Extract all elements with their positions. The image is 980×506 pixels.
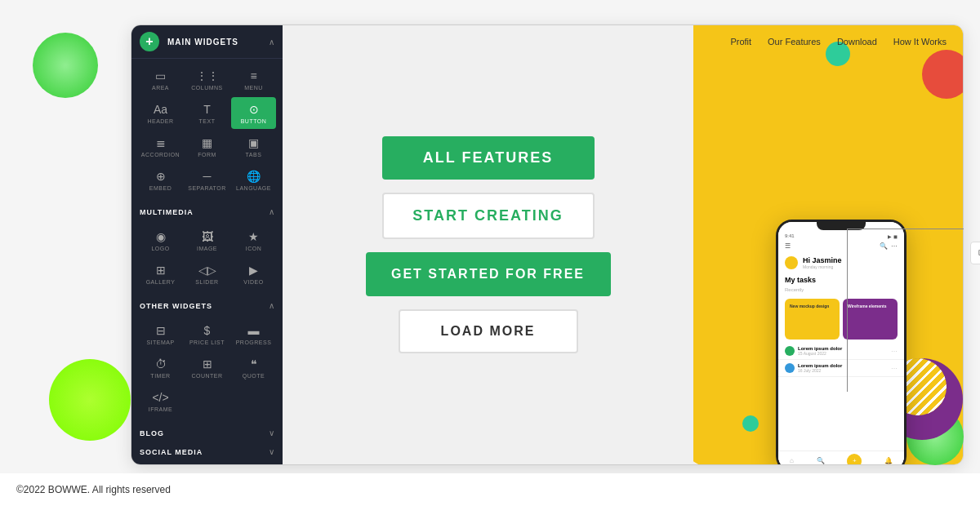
phone-task-text-2: Lorem ipsum dolor 16 July 2022 [798, 363, 888, 373]
phone-header-icons: 🔍⋯ [880, 242, 898, 250]
form-icon: ▦ [198, 135, 217, 150]
phone-card-yellow: New mockup design [785, 299, 840, 340]
video-icon: ▶ [244, 263, 264, 277]
deco-circle-teal-bottom [742, 415, 759, 432]
multimedia-toggle[interactable]: ∧ [269, 207, 274, 216]
price-list-icon: $ [198, 323, 217, 338]
window-controls: ⧉ ✕ [970, 242, 980, 264]
blog-toggle[interactable]: ∨ [269, 428, 274, 437]
widget-progress[interactable]: ▬ PROGRESS [231, 318, 276, 350]
widget-timer[interactable]: ⏱ TIMER [138, 352, 183, 384]
gallery-icon: ⊞ [151, 263, 171, 277]
header-icon: Aa [151, 102, 171, 117]
area-label: AREA [152, 85, 169, 91]
social-media-title: SOCIAL MEDIA [140, 448, 203, 456]
columns-icon: ⋮⋮ [198, 69, 217, 83]
widget-icon[interactable]: ★ ICON [231, 224, 276, 256]
other-widgets-title: OTHER WIDGETS [140, 302, 212, 310]
phone-card-purple-title: Wireframe elements [848, 304, 893, 308]
widget-quote[interactable]: ❝ QUOTE [231, 352, 276, 384]
timer-label: TIMER [150, 373, 170, 379]
counter-label: COUNTER [191, 373, 222, 379]
icon-icon: ★ [244, 229, 264, 244]
menu-icon: ≡ [244, 69, 264, 83]
sidebar-top-bar: + MAIN WIDGETS ∧ [131, 25, 283, 59]
widget-accordion[interactable]: ≣ ACCORDION [138, 131, 183, 162]
social-media-toggle[interactable]: ∨ [269, 447, 274, 456]
widget-button[interactable]: ⊙ BUTTON [231, 97, 276, 129]
button-icon: ⊙ [244, 102, 264, 117]
image-label: IMAGE [197, 246, 217, 251]
phone-status-bar: 9:41 ▶ ◼ [778, 230, 904, 242]
blog-section-header: BLOG ∨ [131, 422, 283, 441]
load-more-button[interactable]: LOAD MORE [399, 309, 578, 353]
other-widget-grid: ⊟ SITEMAP $ PRICE LIST ▬ PROGRESS ⏱ TIME… [131, 313, 283, 422]
button-label: BUTTON [241, 118, 267, 124]
widget-form[interactable]: ▦ FORM [185, 131, 229, 162]
widget-separator[interactable]: ─ SEPARATOR [185, 164, 229, 196]
widget-sitemap[interactable]: ⊟ SITEMAP [138, 318, 183, 350]
text-icon: T [198, 102, 217, 117]
browser-window: + MAIN WIDGETS ∧ ▭ AREA ⋮⋮ COLUMNS ≡ MEN… [131, 24, 964, 465]
widget-language[interactable]: 🌐 LANGUAGE [231, 164, 276, 196]
tabs-icon: ▣ [244, 135, 264, 150]
widget-image[interactable]: 🖼 IMAGE [185, 224, 229, 256]
widget-logo[interactable]: ◉ LOGO [138, 224, 183, 256]
accordion-label: ACCORDION [141, 152, 180, 158]
quote-label: QUOTE [243, 373, 265, 379]
accordion-icon: ≣ [151, 135, 171, 150]
phone-bottom-nav: ⌂ 🔍 + 🔔 [778, 451, 904, 464]
widget-tabs[interactable]: ▣ TABS [231, 131, 276, 162]
widget-price-list[interactable]: $ PRICE LIST [185, 318, 229, 350]
preview-nav: Profit Our Features Download How It Work… [693, 25, 963, 58]
menu-label: MENU [244, 85, 263, 91]
phone-task-avatar-2 [785, 363, 795, 373]
phone-screen: 9:41 ▶ ◼ ☰ 🔍⋯ Hi Jasmine Monday morning [778, 222, 904, 464]
iframe-label: IFRAME [149, 406, 172, 412]
collapse-button[interactable]: ∧ [269, 38, 274, 47]
gallery-label: GALLERY [146, 279, 176, 285]
deco-circle-top-left [33, 33, 98, 98]
phone-tasks-title: My tasks [778, 273, 904, 287]
widget-columns[interactable]: ⋮⋮ COLUMNS [185, 64, 229, 95]
other-widgets-toggle[interactable]: ∧ [269, 301, 274, 310]
main-content: ALL FEATURES START CREATING GET STARTED … [283, 25, 693, 464]
widget-area[interactable]: ▭ AREA [138, 64, 183, 95]
language-icon: 🌐 [244, 169, 264, 184]
widget-iframe[interactable]: </> IFRAME [138, 385, 183, 417]
widget-header[interactable]: Aa HEADER [138, 97, 183, 129]
video-label: VIDEO [243, 279, 263, 285]
nav-how-it-works[interactable]: How It Works [893, 37, 947, 47]
start-creating-button[interactable]: START CREATING [382, 193, 595, 239]
logo-label: LOGO [151, 246, 169, 251]
phone-cards-row: New mockup design Wireframe elements [778, 295, 904, 343]
quote-icon: ❝ [244, 357, 264, 371]
phone-nav-search: 🔍 [817, 457, 825, 464]
widget-text[interactable]: T TEXT [185, 97, 229, 129]
phone-greeting: Hi Jasmine Monday morning [778, 253, 904, 273]
phone-card-yellow-title: New mockup design [790, 304, 835, 308]
nav-our-features[interactable]: Our Features [768, 37, 821, 47]
social-media-section-header: SOCIAL MEDIA ∨ [131, 441, 283, 459]
widget-embed[interactable]: ⊕ EMBED [138, 164, 183, 196]
widget-counter[interactable]: ⊞ COUNTER [185, 352, 229, 384]
nav-download[interactable]: Download [837, 37, 877, 47]
phone-task-item-1: Lorem ipsum dolor 15 August 2022 ⋯ [778, 343, 904, 360]
add-widget-button[interactable]: + [140, 32, 159, 51]
widget-slider[interactable]: ◁▷ SLIDER [185, 258, 229, 290]
copy-button[interactable]: ⧉ [970, 242, 980, 264]
logo-icon: ◉ [151, 229, 171, 244]
widget-gallery[interactable]: ⊞ GALLERY [138, 258, 183, 290]
sitemap-label: SITEMAP [146, 340, 174, 345]
get-started-button[interactable]: GET STARTED FOR FREE [366, 252, 611, 296]
progress-icon: ▬ [244, 323, 264, 338]
counter-icon: ⊞ [198, 357, 217, 371]
all-features-button[interactable]: ALL FEATURES [382, 136, 595, 180]
widget-menu[interactable]: ≡ MENU [231, 64, 276, 95]
tabs-label: TABS [246, 152, 262, 158]
widget-video[interactable]: ▶ VIDEO [231, 258, 276, 290]
other-widgets-section-header: OTHER WIDGETS ∧ [131, 295, 283, 313]
external-apps-section-header: EXTERNAL APPS ∨ [131, 459, 283, 464]
nav-profit[interactable]: Profit [730, 37, 751, 47]
form-label: FORM [198, 152, 216, 158]
